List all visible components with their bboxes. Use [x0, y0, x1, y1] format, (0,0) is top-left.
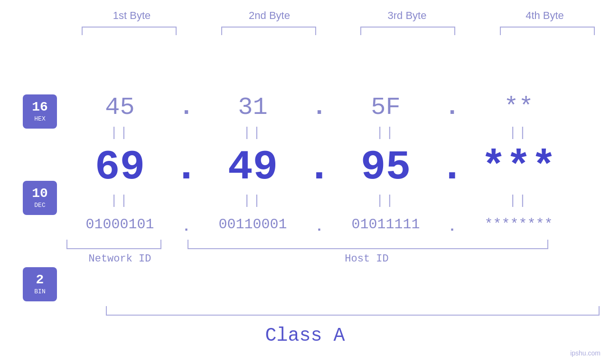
hex-badge: 16 HEX	[23, 94, 57, 129]
sep1-b2: ||	[199, 125, 306, 140]
byte2-header: 2nd Byte	[216, 9, 323, 22]
dec-number: 10	[32, 187, 48, 201]
left-badges: 16 HEX 10 DEC 2 BIN	[0, 42, 66, 301]
sep1-b1: ||	[66, 125, 173, 140]
bin-dot1: .	[173, 212, 199, 237]
bin-b1: 01000101	[66, 216, 173, 233]
dec-badge: 10 DEC	[23, 181, 57, 215]
dec-label: DEC	[34, 202, 45, 209]
top-brackets	[77, 27, 600, 35]
hex-number: 16	[32, 100, 48, 115]
hex-b2: 31	[199, 93, 306, 121]
values-grid: 45 . 31 . 5F . **	[66, 42, 610, 301]
hex-dot3: .	[439, 93, 465, 121]
sep2-b2: ||	[199, 193, 306, 208]
bin-bottom-brackets	[66, 240, 589, 249]
hex-row: 45 . 31 . 5F . **	[66, 93, 589, 121]
hex-b1: 45	[66, 93, 173, 121]
content-area: 16 HEX 10 DEC 2 BIN 45 .	[0, 42, 610, 301]
bracket-byte3	[360, 27, 455, 35]
bin-dot2: .	[306, 212, 332, 237]
bracket-byte4	[500, 27, 595, 35]
dec-row: 69 . 49 . 95 . ***	[66, 144, 589, 191]
bin-b3: 01011111	[332, 216, 439, 233]
sep-row-2: || || || ||	[66, 193, 589, 208]
hex-b3: 5F	[332, 93, 439, 121]
main-container: 1st Byte 2nd Byte 3rd Byte 4th Byte 16 H…	[0, 0, 610, 364]
bottom-bracket-container	[106, 306, 600, 316]
bracket-network-id	[66, 240, 161, 249]
sep-row-1: || || || ||	[66, 125, 589, 140]
sep1-b3: ||	[332, 125, 439, 140]
hex-dot2: .	[306, 93, 332, 121]
bin-label: BIN	[34, 289, 45, 295]
byte3-header: 3rd Byte	[354, 9, 460, 22]
dec-dot2: .	[306, 144, 332, 191]
sep1-b4: ||	[465, 125, 572, 140]
bin-dot3: .	[439, 212, 465, 237]
network-host-labels: Network ID Host ID	[66, 253, 560, 265]
bracket-byte1	[82, 27, 177, 35]
byte1-header: 1st Byte	[78, 9, 185, 22]
bin-number: 2	[36, 273, 44, 288]
bracket-byte2	[221, 27, 316, 35]
hex-label: HEX	[34, 116, 45, 122]
sep2-b3: ||	[332, 193, 439, 208]
network-id-label: Network ID	[66, 253, 173, 265]
bracket-host-id	[188, 240, 548, 249]
bin-b2: 00110001	[199, 216, 306, 233]
sep2-b1: ||	[66, 193, 173, 208]
host-id-label: Host ID	[173, 253, 560, 265]
dec-dot1: .	[173, 144, 199, 191]
hex-dot1: .	[173, 93, 199, 121]
hex-b4: **	[465, 93, 572, 121]
class-label: Class A	[265, 325, 345, 346]
bottom-bracket	[106, 306, 600, 316]
byte-headers: 1st Byte 2nd Byte 3rd Byte 4th Byte	[77, 9, 600, 22]
bin-row: 01000101 . 00110001 . 01011111 .	[66, 212, 589, 237]
bin-b4: ********	[465, 216, 572, 233]
watermark: ipshu.com	[570, 349, 601, 357]
dec-b2: 49	[199, 144, 306, 191]
sep2-b4: ||	[465, 193, 572, 208]
dec-b3: 95	[332, 144, 439, 191]
byte4-header: 4th Byte	[491, 9, 598, 22]
bin-badge: 2 BIN	[23, 267, 57, 301]
dec-b4: ***	[465, 144, 572, 191]
dec-b1: 69	[66, 144, 173, 191]
dec-dot3: .	[439, 144, 465, 191]
